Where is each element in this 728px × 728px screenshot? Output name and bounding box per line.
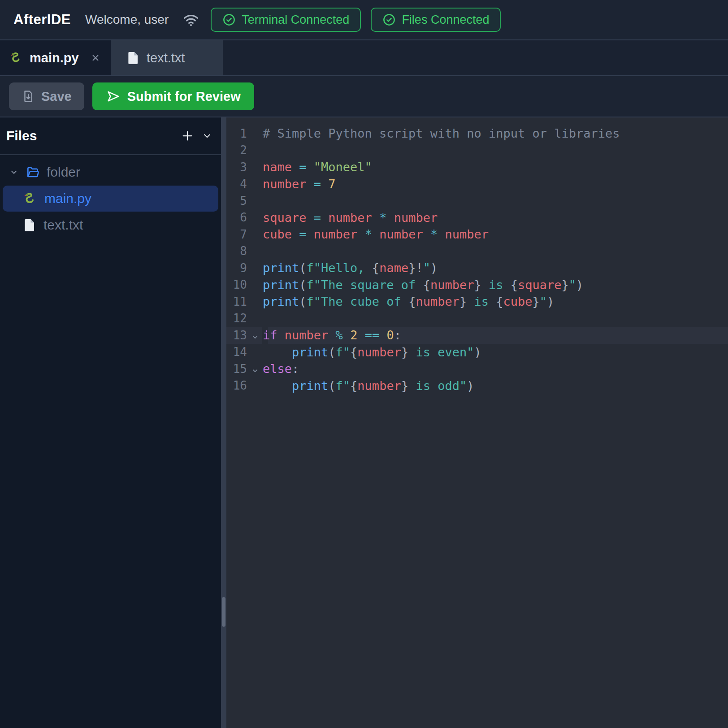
badge-label: Terminal Connected: [242, 13, 349, 27]
code-line[interactable]: 16 print(f"{number} is odd"): [226, 377, 728, 394]
code-text: print(f"Hello, {name}!"): [263, 260, 438, 277]
code-line[interactable]: 4number = 7: [226, 176, 728, 193]
submit-for-review-button[interactable]: Submit for Review: [92, 82, 254, 110]
code-line[interactable]: 10print(f"The square of {number} is {squ…: [226, 277, 728, 294]
file-icon: [127, 51, 139, 65]
line-number: 13: [226, 329, 247, 342]
fold-chevron-icon[interactable]: [247, 363, 263, 375]
code-text: cube = number * number * number: [263, 226, 489, 243]
code-text: print(f"The square of {number} is {squar…: [263, 277, 583, 294]
code-line[interactable]: 15else:: [226, 360, 728, 377]
code-line[interactable]: 1# Simple Python script with no input or…: [226, 125, 728, 142]
code-line[interactable]: 3name = "Moneel": [226, 159, 728, 176]
close-icon[interactable]: [90, 52, 101, 63]
line-number: 14: [226, 345, 247, 359]
code-line[interactable]: 12: [226, 310, 728, 327]
save-label: Save: [41, 89, 72, 104]
line-number: 15: [226, 362, 247, 376]
tree-item-folder[interactable]: folder: [0, 160, 221, 185]
fold-chevron-icon[interactable]: [247, 329, 263, 341]
fold-gutter: [247, 350, 263, 354]
fold-gutter: [247, 249, 263, 253]
scrollbar-thumb[interactable]: [222, 597, 225, 627]
tree-item-text-txt[interactable]: text.txt: [0, 212, 221, 238]
tab-label: text.txt: [147, 51, 185, 65]
code-editor[interactable]: 1# Simple Python script with no input or…: [226, 117, 728, 728]
tree-item-main-py[interactable]: main.py: [3, 186, 218, 212]
file-icon: [23, 218, 36, 232]
python-icon: [23, 192, 37, 205]
code-line[interactable]: 7cube = number * number * number: [226, 226, 728, 243]
tab-bar: main.py text.txt: [0, 40, 728, 76]
tab-text-txt[interactable]: text.txt: [111, 40, 223, 75]
fold-gutter: [247, 216, 263, 219]
line-number: 12: [226, 312, 247, 325]
collapse-files-button[interactable]: [201, 130, 213, 142]
new-file-button[interactable]: [181, 129, 194, 143]
code-text: number = 7: [263, 176, 336, 193]
chevron-down-icon: [201, 130, 213, 142]
sidebar-resizer[interactable]: [221, 117, 226, 728]
code-line[interactable]: 5: [226, 192, 728, 209]
tree-item-label: main.py: [44, 191, 91, 206]
fold-gutter: [247, 300, 263, 303]
line-number: 16: [226, 379, 247, 392]
line-number: 8: [226, 244, 247, 258]
wifi-icon: [183, 13, 199, 26]
folder-icon: [26, 165, 40, 179]
code-line[interactable]: 9print(f"Hello, {name}!"): [226, 260, 728, 277]
tab-main-py[interactable]: main.py: [0, 40, 111, 75]
line-number: 1: [226, 127, 247, 140]
code-text: print(f"The cube of {number} is {cube}"): [263, 293, 554, 310]
files-panel-title: Files: [6, 128, 37, 143]
line-number: 10: [226, 278, 247, 291]
files-panel-header: Files: [0, 117, 221, 155]
tree-item-label: text.txt: [43, 217, 83, 233]
files-connected-badge: Files Connected: [371, 8, 501, 32]
tab-label: main.py: [30, 51, 79, 65]
line-number: 4: [226, 177, 247, 191]
line-number: 9: [226, 261, 247, 275]
code-area: 1# Simple Python script with no input or…: [226, 125, 728, 394]
fold-gutter: [247, 132, 263, 135]
welcome-text: Welcome, user: [85, 13, 169, 27]
fold-gutter: [247, 266, 263, 270]
terminal-connected-badge: Terminal Connected: [211, 8, 361, 32]
connection-badges: Terminal Connected Files Connected: [211, 8, 501, 32]
code-line[interactable]: 6square = number * number: [226, 209, 728, 226]
code-text: square = number * number: [263, 209, 438, 226]
fold-gutter: [247, 384, 263, 387]
file-tree: folder main.py: [0, 155, 221, 238]
badge-label: Files Connected: [402, 13, 489, 27]
code-line[interactable]: 2: [226, 142, 728, 159]
tree-item-label: folder: [47, 165, 80, 180]
app-logo: AfterIDE: [13, 12, 71, 28]
save-icon: [22, 90, 35, 103]
code-line[interactable]: 14 print(f"{number} is even"): [226, 344, 728, 361]
save-button[interactable]: Save: [9, 82, 84, 110]
top-bar: AfterIDE Welcome, user Terminal Connecte…: [0, 0, 728, 40]
code-text: if number % 2 == 0:: [263, 327, 401, 344]
code-text: name = "Moneel": [263, 159, 372, 176]
fold-gutter: [247, 148, 263, 152]
code-line[interactable]: 11print(f"The cube of {number} is {cube}…: [226, 293, 728, 310]
line-number: 6: [226, 211, 247, 224]
code-line[interactable]: 13if number % 2 == 0:: [226, 327, 728, 344]
app-window: AfterIDE Welcome, user Terminal Connecte…: [0, 0, 728, 728]
fold-gutter: [247, 182, 263, 186]
chevron-down-icon[interactable]: [9, 167, 19, 177]
editor-toolbar: Save Submit for Review: [0, 76, 728, 117]
code-line[interactable]: 8: [226, 243, 728, 260]
code-text: print(f"{number} is odd"): [263, 377, 474, 394]
fold-gutter: [247, 233, 263, 236]
fold-gutter: [247, 316, 263, 320]
code-text: print(f"{number} is even"): [263, 344, 481, 361]
code-text: else:: [263, 360, 299, 377]
line-number: 7: [226, 228, 247, 241]
python-icon: [10, 52, 22, 64]
fold-gutter: [247, 165, 263, 169]
fold-gutter: [247, 283, 263, 286]
check-circle-icon: [382, 13, 396, 26]
line-number: 11: [226, 295, 247, 308]
line-number: 3: [226, 160, 247, 174]
